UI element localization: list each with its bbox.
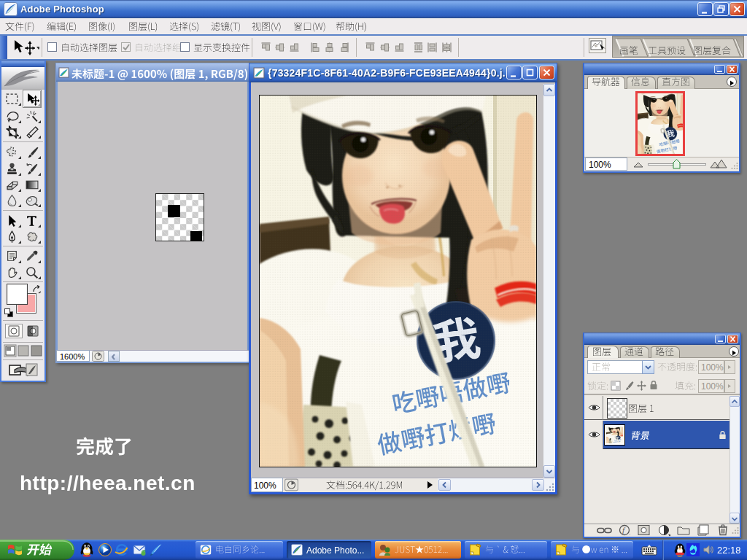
svg-text:f: f bbox=[622, 526, 626, 534]
